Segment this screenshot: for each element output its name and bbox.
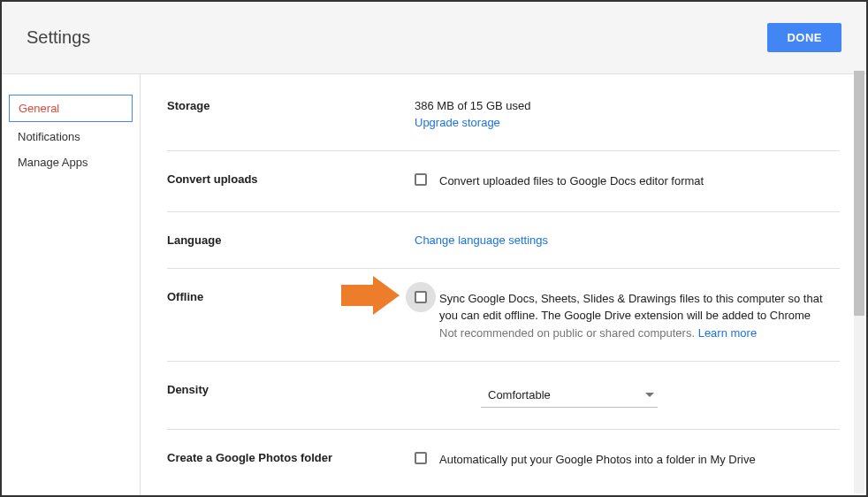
density-content: Comfortable [415,383,840,408]
offline-learn-more-link[interactable]: Learn more [698,326,757,340]
photos-folder-row: Create a Google Photos folder Automatica… [167,430,840,490]
convert-uploads-row: Convert uploads Convert uploaded files t… [167,151,840,212]
language-content: Change language settings [415,233,840,247]
convert-uploads-checkbox[interactable] [415,173,427,186]
chevron-down-icon [645,393,654,397]
storage-content: 386 MB of 15 GB used Upgrade storage [415,99,840,129]
offline-helper-text: Not recommended on public or shared comp… [439,326,840,340]
language-label: Language [167,233,415,247]
convert-uploads-text: Convert uploaded files to Google Docs ed… [439,172,704,190]
sidebar-item-manage-apps[interactable]: Manage Apps [2,149,140,175]
offline-checkbox[interactable] [415,291,427,303]
offline-row: Offline Sync Google Docs, Sheets, Slides… [167,269,840,362]
scrollbar-thumb[interactable] [854,71,864,316]
content-area: General Notifications Manage Apps Storag… [2,74,866,497]
offline-content: Sync Google Docs, Sheets, Slides & Drawi… [415,290,840,340]
density-value: Comfortable [488,388,551,401]
change-language-link[interactable]: Change language settings [415,233,548,247]
settings-header: Settings DONE [2,2,866,74]
upgrade-storage-link[interactable]: Upgrade storage [415,116,500,129]
density-select[interactable]: Comfortable [481,383,658,408]
density-label: Density [167,383,415,408]
offline-helper-prefix: Not recommended on public or shared comp… [439,326,698,340]
sidebar-item-notifications[interactable]: Notifications [2,124,140,149]
photos-folder-text: Automatically put your Google Photos int… [439,451,756,469]
settings-sidebar: General Notifications Manage Apps [2,74,141,497]
offline-label: Offline [167,290,415,340]
done-button[interactable]: DONE [767,23,841,52]
storage-label: Storage [167,99,415,129]
sidebar-item-general[interactable]: General [9,95,133,122]
storage-used-text: 386 MB of 15 GB used [415,99,840,112]
density-row: Density Comfortable [167,362,840,430]
offline-checkbox-text: Sync Google Docs, Sheets, Slides & Drawi… [439,292,823,323]
language-row: Language Change language settings [167,212,840,269]
photos-folder-checkbox[interactable] [415,452,427,464]
scrollbar[interactable] [854,71,864,493]
convert-uploads-label: Convert uploads [167,172,415,190]
settings-title: Settings [27,27,90,48]
convert-uploads-content: Convert uploaded files to Google Docs ed… [415,172,840,190]
photos-folder-content: Automatically put your Google Photos int… [415,451,840,469]
storage-row: Storage 386 MB of 15 GB used Upgrade sto… [167,94,840,151]
settings-main-panel: Storage 386 MB of 15 GB used Upgrade sto… [141,74,866,497]
photos-folder-label: Create a Google Photos folder [167,451,415,469]
